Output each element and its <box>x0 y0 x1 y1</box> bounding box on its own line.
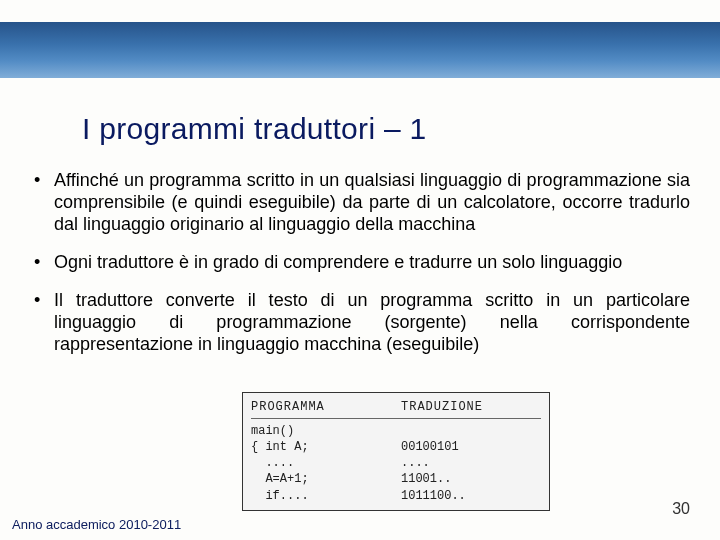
table-row: .... .... <box>251 455 541 471</box>
table-header: PROGRAMMA TRADUZIONE <box>251 399 541 415</box>
divider <box>251 418 541 419</box>
table-row: if.... 1011100.. <box>251 488 541 504</box>
cell-prog: A=A+1; <box>251 471 401 487</box>
cell-prog: main() <box>251 423 401 439</box>
bullet-item: Affinché un programma scritto in un qual… <box>30 170 690 236</box>
footer-text: Anno accademico 2010-2011 <box>12 517 181 532</box>
page-number: 30 <box>672 500 690 518</box>
slide: I programmi traduttori – 1 Affinché un p… <box>0 0 720 540</box>
bullet-item: Il traduttore converte il testo di un pr… <box>30 290 690 356</box>
table-row: A=A+1; 11001.. <box>251 471 541 487</box>
table-row: { int A; 00100101 <box>251 439 541 455</box>
header-bar <box>0 22 720 78</box>
cell-prog: { int A; <box>251 439 401 455</box>
code-translation-table: PROGRAMMA TRADUZIONE main() { int A; 001… <box>242 392 550 511</box>
cell-trad: .... <box>401 455 511 471</box>
content-area: Affinché un programma scritto in un qual… <box>30 170 690 482</box>
cell-trad: 11001.. <box>401 471 511 487</box>
cell-trad: 1011100.. <box>401 488 511 504</box>
cell-trad <box>401 423 511 439</box>
table-wrapper: PROGRAMMA TRADUZIONE main() { int A; 001… <box>30 372 690 482</box>
table-header-trad: TRADUZIONE <box>401 399 511 415</box>
cell-trad: 00100101 <box>401 439 511 455</box>
table-row: main() <box>251 423 541 439</box>
cell-prog: .... <box>251 455 401 471</box>
slide-title: I programmi traduttori – 1 <box>82 112 427 146</box>
bullet-item: Ogni traduttore è in grado di comprender… <box>30 252 690 274</box>
cell-prog: if.... <box>251 488 401 504</box>
bullet-list: Affinché un programma scritto in un qual… <box>30 170 690 356</box>
table-header-prog: PROGRAMMA <box>251 399 401 415</box>
